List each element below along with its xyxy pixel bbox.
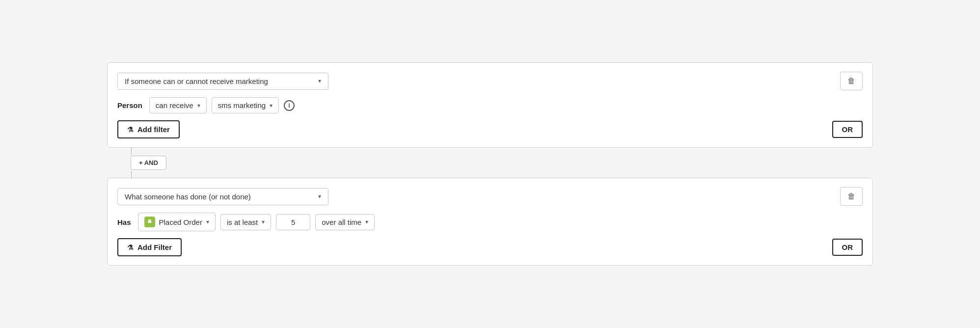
shopify-icon [144, 217, 155, 227]
chevron-down-icon-2: ▾ [318, 193, 321, 200]
or-button-1[interactable]: OR [832, 121, 863, 138]
info-icon-1[interactable]: i [284, 100, 295, 111]
filter-icon-2: ⚗ [127, 244, 134, 251]
chevron-down-icon-placed-order: ▾ [206, 219, 209, 225]
condition-label-1: If someone can or cannot receive marketi… [125, 77, 268, 85]
trash-icon-2: 🗑 [847, 192, 855, 201]
condition-dropdown-2[interactable]: What someone has done (or not done) ▾ [117, 188, 328, 205]
chevron-down-icon-sms: ▾ [270, 102, 272, 109]
is-at-least-dropdown[interactable]: is at least ▾ [220, 214, 271, 230]
is-at-least-value: is at least [227, 218, 258, 226]
condition-row-2: What someone has done (or not done) ▾ 🗑 [117, 187, 863, 206]
add-filter-button-2[interactable]: ⚗ Add Filter [117, 238, 182, 256]
over-all-time-value: over all time [322, 218, 361, 226]
chevron-down-icon-at-least: ▾ [262, 219, 265, 225]
condition-label-2: What someone has done (or not done) [125, 192, 251, 201]
person-row: Person can receive ▾ sms marketing ▾ i [117, 97, 863, 113]
over-all-time-dropdown[interactable]: over all time ▾ [315, 214, 375, 230]
trash-icon-1: 🗑 [847, 77, 855, 85]
sms-marketing-dropdown[interactable]: sms marketing ▾ [212, 97, 279, 113]
placed-order-value: Placed Order [159, 218, 202, 226]
has-row: Has Placed Order ▾ is at least ▾ over al… [117, 213, 863, 231]
or-button-2[interactable]: OR [832, 239, 863, 256]
and-button[interactable]: + AND [131, 156, 166, 170]
chevron-down-icon-time: ▾ [365, 219, 368, 225]
sms-marketing-value: sms marketing [218, 101, 266, 109]
and-connector: + AND [107, 148, 873, 178]
add-filter-label-2: Add Filter [137, 243, 172, 251]
filter-block-2: What someone has done (or not done) ▾ 🗑 … [107, 178, 873, 266]
placed-order-dropdown[interactable]: Placed Order ▾ [138, 213, 216, 231]
has-label: Has [117, 218, 131, 226]
filter-icon-1: ⚗ [127, 126, 134, 134]
chevron-down-icon-can-receive: ▾ [197, 102, 200, 109]
main-container: If someone can or cannot receive marketi… [107, 62, 873, 266]
condition-dropdown-1[interactable]: If someone can or cannot receive marketi… [117, 73, 328, 90]
connector-line-bottom [131, 171, 132, 178]
actions-row-2: ⚗ Add Filter OR [117, 238, 863, 256]
add-filter-button-1[interactable]: ⚗ Add filter [117, 120, 180, 138]
filter-block-1: If someone can or cannot receive marketi… [107, 62, 873, 148]
can-receive-dropdown[interactable]: can receive ▾ [149, 97, 207, 113]
can-receive-value: can receive [156, 101, 193, 109]
delete-button-1[interactable]: 🗑 [840, 72, 863, 90]
actions-row-1: ⚗ Add filter OR [117, 120, 863, 138]
add-filter-label-1: Add filter [137, 125, 170, 134]
connector-line-top [131, 148, 132, 155]
person-label: Person [117, 101, 142, 109]
condition-row-1: If someone can or cannot receive marketi… [117, 72, 863, 90]
number-input[interactable] [276, 214, 310, 230]
chevron-down-icon-1: ▾ [318, 78, 321, 84]
delete-button-2[interactable]: 🗑 [840, 187, 863, 206]
